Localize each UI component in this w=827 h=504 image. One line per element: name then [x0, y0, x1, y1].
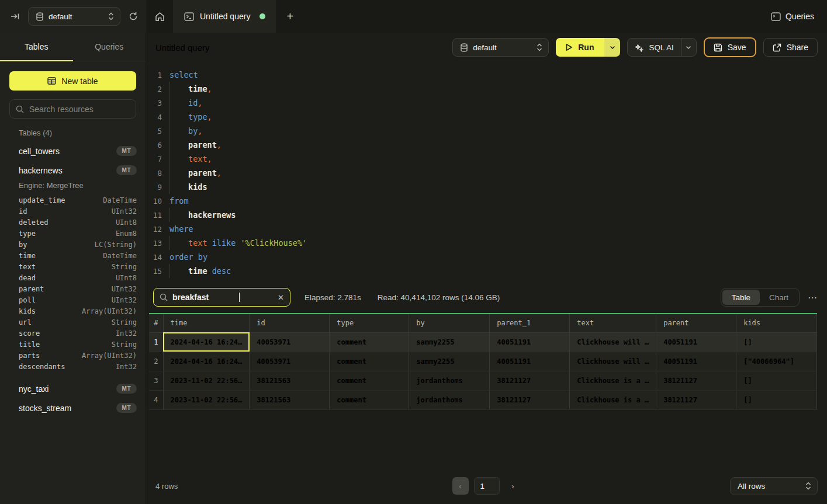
collapse-sidebar-icon[interactable]	[11, 12, 20, 21]
data-cell[interactable]: Clickhouse will …	[570, 352, 656, 371]
sidebar-tab-tables[interactable]: Tables	[0, 33, 73, 61]
code-line[interactable]: 1select	[146, 68, 827, 82]
column-header[interactable]: parent_1	[490, 314, 570, 332]
code-line[interactable]: 9kids	[146, 180, 827, 194]
sidebar-search-input[interactable]	[29, 105, 130, 114]
data-cell[interactable]: Clickhouse is a …	[570, 371, 656, 390]
sidebar-tab-queries[interactable]: Queries	[73, 33, 146, 61]
data-cell[interactable]: comment	[330, 390, 409, 409]
results-filter-input[interactable]	[172, 293, 237, 302]
data-cell[interactable]: sammy2255	[409, 352, 490, 371]
data-cell[interactable]: 38121563	[250, 371, 330, 390]
data-cell[interactable]: jordanthoms	[409, 390, 490, 409]
data-cell[interactable]: 40051191	[490, 352, 570, 371]
sidebar-search[interactable]	[9, 99, 136, 119]
data-cell[interactable]: 40053971	[250, 332, 330, 352]
table-name: nyc_taxi	[19, 384, 49, 394]
sql-ai-caret[interactable]	[681, 39, 696, 56]
code-line[interactable]: 11hackernews	[146, 208, 827, 222]
data-cell[interactable]: []	[736, 390, 817, 409]
data-cell[interactable]: 38121127	[656, 371, 736, 390]
clear-filter-icon[interactable]: ✕	[278, 293, 284, 302]
column-header[interactable]: by	[409, 314, 490, 332]
query-database-selector[interactable]: default	[452, 38, 549, 57]
code-line[interactable]: 13text ilike '%ClickHouse%'	[146, 236, 827, 250]
data-cell[interactable]: comment	[330, 352, 409, 371]
more-options-icon[interactable]: ⋯	[808, 292, 818, 303]
code-line[interactable]: 14order by	[146, 250, 827, 264]
code-line[interactable]: 7text,	[146, 152, 827, 166]
results-filter[interactable]: ✕	[153, 288, 290, 307]
data-cell[interactable]: comment	[330, 371, 409, 390]
column-header[interactable]: type	[330, 314, 409, 332]
next-page-button[interactable]: ›	[505, 477, 521, 495]
data-cell[interactable]: 38121563	[250, 390, 330, 409]
queries-button[interactable]: Queries	[758, 0, 827, 33]
column-header[interactable]: time	[163, 314, 250, 332]
sql-ai-button[interactable]: SQL AI	[627, 38, 696, 57]
table-list-item[interactable]: cell_towers MT	[0, 141, 146, 161]
database-selector[interactable]: default	[28, 7, 120, 26]
read-stat: Read: 40,414,102 rows (14.06 GB)	[378, 293, 500, 302]
share-button[interactable]: Share	[763, 38, 818, 57]
line-number: 6	[146, 141, 162, 150]
new-table-button[interactable]: New table	[9, 71, 136, 91]
data-cell[interactable]: 2023-11-02 22:56…	[163, 390, 250, 409]
code-line[interactable]: 10from	[146, 194, 827, 208]
data-cell[interactable]: 40051191	[656, 352, 736, 371]
data-cell[interactable]: jordanthoms	[409, 371, 490, 390]
code-content: parent,	[169, 138, 222, 152]
data-cell[interactable]: 2024-04-16 16:24…	[163, 352, 250, 371]
data-cell[interactable]: []	[736, 371, 817, 390]
data-cell[interactable]: Clickhouse will …	[570, 332, 656, 352]
data-cell[interactable]: ["40066964"]	[736, 352, 817, 371]
engine-badge: MT	[116, 403, 137, 413]
tab-untitled-query[interactable]: Untitled query	[174, 0, 276, 33]
data-cell[interactable]: comment	[330, 332, 409, 352]
table-list-item[interactable]: nyc_taxi MT	[0, 379, 146, 398]
new-tab-button[interactable]: +	[276, 0, 303, 33]
refresh-icon[interactable]	[129, 12, 138, 21]
data-cell[interactable]: sammy2255	[409, 332, 490, 352]
run-button[interactable]: Run	[556, 38, 620, 57]
code-line[interactable]: 12where	[146, 222, 827, 236]
column-header[interactable]: kids	[736, 314, 817, 332]
column-type: String	[112, 263, 137, 271]
code-line[interactable]: 4type,	[146, 110, 827, 124]
code-line[interactable]: 15time desc	[146, 264, 827, 278]
code-line[interactable]: 6parent,	[146, 138, 827, 152]
sql-editor[interactable]: 1select2time,3id,4type,5by,6parent,7text…	[146, 62, 827, 284]
column-type: UInt8	[116, 274, 137, 282]
save-button[interactable]: Save	[704, 37, 756, 57]
page-size-selector[interactable]: All rows	[730, 477, 818, 495]
data-cell[interactable]: 38121127	[490, 390, 570, 409]
code-line[interactable]: 8parent,	[146, 166, 827, 180]
column-header[interactable]: parent	[656, 314, 736, 332]
toggle-chart[interactable]: Chart	[760, 290, 798, 305]
data-cell[interactable]: 38121127	[490, 371, 570, 390]
column-header[interactable]: id	[250, 314, 330, 332]
column-header[interactable]: #	[149, 314, 163, 332]
updown-chevron-icon	[805, 482, 811, 490]
column-header[interactable]: text	[570, 314, 656, 332]
data-cell[interactable]: 38121127	[656, 390, 736, 409]
code-line[interactable]: 3id,	[146, 96, 827, 110]
table-list-item[interactable]: hackernews MT	[0, 161, 146, 180]
home-button[interactable]	[146, 0, 174, 33]
page-number[interactable]: 1	[474, 477, 500, 495]
data-cell[interactable]: 40051191	[656, 332, 736, 352]
data-cell[interactable]: 40051191	[490, 332, 570, 352]
run-options-caret[interactable]	[604, 38, 620, 57]
table-list-item[interactable]: stocks_stream MT	[0, 398, 146, 418]
toggle-table[interactable]: Table	[722, 290, 760, 305]
data-cell[interactable]: 40053971	[250, 352, 330, 371]
data-cell[interactable]: 2024-04-16 16:24…	[163, 332, 250, 352]
data-cell[interactable]: 2023-11-02 22:56…	[163, 371, 250, 390]
data-cell[interactable]: []	[736, 332, 817, 352]
code-line[interactable]: 2time,	[146, 82, 827, 96]
code-token	[207, 238, 212, 248]
data-cell[interactable]: Clickhouse is a …	[570, 390, 656, 409]
code-token: by	[188, 126, 198, 135]
code-line[interactable]: 5by,	[146, 124, 827, 138]
prev-page-button[interactable]: ‹	[452, 477, 469, 495]
